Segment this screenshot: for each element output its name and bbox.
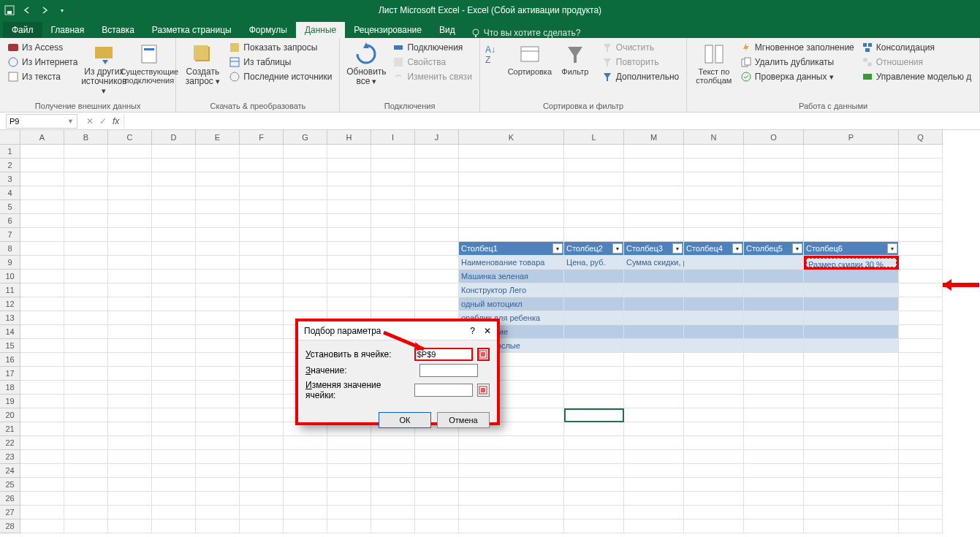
cell[interactable] — [371, 519, 415, 533]
cell[interactable] — [284, 242, 327, 256]
cell[interactable] — [196, 422, 240, 436]
cell[interactable] — [684, 228, 744, 242]
cell[interactable] — [196, 408, 240, 422]
cell[interactable] — [284, 506, 327, 519]
cell[interactable] — [684, 478, 744, 492]
cell[interactable] — [20, 381, 64, 395]
cell[interactable] — [624, 367, 684, 381]
cell[interactable] — [564, 214, 624, 228]
cell[interactable] — [899, 436, 943, 450]
filter-dropdown-icon[interactable]: ▼ — [552, 243, 563, 254]
row-header[interactable]: 22 — [0, 436, 20, 450]
cell[interactable] — [624, 270, 684, 283]
filter-dropdown-icon[interactable]: ▼ — [792, 243, 802, 254]
column-header[interactable]: B — [64, 130, 108, 145]
cell[interactable] — [899, 422, 943, 436]
cell[interactable] — [899, 381, 943, 395]
cell[interactable] — [624, 200, 684, 214]
cell[interactable] — [327, 242, 371, 256]
cell[interactable] — [20, 367, 64, 381]
connections-button[interactable]: Подключения — [391, 41, 473, 54]
cell[interactable] — [196, 311, 240, 325]
cell[interactable] — [564, 270, 624, 283]
cell[interactable] — [804, 283, 899, 297]
consolidate-button[interactable]: Консолидация — [860, 41, 973, 54]
cell[interactable] — [744, 186, 804, 200]
cell[interactable] — [684, 381, 744, 395]
cancel-formula-icon[interactable]: ✕ — [86, 116, 94, 126]
cell[interactable] — [108, 478, 152, 492]
cell[interactable] — [899, 297, 943, 311]
cell[interactable] — [415, 519, 459, 533]
cell[interactable]: Столбец4▼ — [684, 242, 744, 256]
cell[interactable] — [284, 214, 327, 228]
cell[interactable] — [196, 297, 240, 311]
row-header[interactable]: 13 — [0, 311, 20, 325]
cell[interactable] — [196, 506, 240, 519]
cell[interactable] — [804, 408, 899, 422]
cell[interactable] — [624, 381, 684, 395]
cell[interactable] — [284, 200, 327, 214]
cell[interactable] — [624, 464, 684, 478]
cell[interactable] — [240, 325, 284, 339]
sort-az-button[interactable]: A↓Z — [486, 41, 505, 69]
cell[interactable] — [240, 242, 284, 256]
tab-insert[interactable]: Вставка — [93, 22, 143, 38]
cell[interactable]: Столбец5▼ — [744, 242, 804, 256]
cell[interactable] — [20, 172, 64, 186]
row-header[interactable]: 10 — [0, 270, 20, 283]
cell[interactable] — [108, 422, 152, 436]
cell[interactable] — [804, 519, 899, 533]
cell[interactable] — [196, 214, 240, 228]
cell[interactable] — [240, 422, 284, 436]
cell[interactable] — [64, 408, 108, 422]
cell[interactable] — [152, 422, 196, 436]
cell[interactable] — [196, 353, 240, 367]
cell[interactable] — [684, 339, 744, 353]
cell[interactable] — [152, 436, 196, 450]
cell[interactable] — [564, 381, 624, 395]
cell[interactable] — [64, 395, 108, 408]
cell[interactable] — [64, 311, 108, 325]
column-header[interactable]: O — [744, 130, 804, 145]
text-to-columns-button[interactable]: Текст по столбцам — [694, 41, 734, 86]
cell[interactable] — [744, 283, 804, 297]
cell[interactable] — [20, 436, 64, 450]
tab-view[interactable]: Вид — [430, 22, 464, 38]
flash-fill-button[interactable]: Мгновенное заполнение — [739, 41, 856, 54]
cell[interactable] — [624, 214, 684, 228]
cell[interactable] — [624, 172, 684, 186]
cell[interactable] — [64, 270, 108, 283]
cell[interactable] — [899, 242, 943, 256]
column-header[interactable]: G — [284, 130, 327, 145]
cell[interactable] — [684, 506, 744, 519]
cell[interactable] — [196, 186, 240, 200]
cell[interactable] — [744, 159, 804, 172]
cell[interactable] — [744, 214, 804, 228]
cell[interactable] — [152, 242, 196, 256]
cell[interactable] — [899, 228, 943, 242]
cell[interactable] — [459, 145, 564, 159]
cell[interactable] — [415, 186, 459, 200]
cell[interactable] — [284, 519, 327, 533]
clear-filter-button[interactable]: Очистить — [600, 41, 680, 54]
cell[interactable] — [564, 200, 624, 214]
cell[interactable] — [64, 297, 108, 311]
cell[interactable] — [564, 367, 624, 381]
row-header[interactable]: 21 — [0, 422, 20, 436]
cell[interactable] — [371, 283, 415, 297]
ok-button[interactable]: ОК — [379, 412, 431, 428]
cell[interactable] — [152, 200, 196, 214]
cell[interactable] — [20, 325, 64, 339]
cell[interactable] — [64, 325, 108, 339]
cell[interactable] — [744, 200, 804, 214]
cell[interactable]: Цена, руб. — [564, 256, 624, 270]
from-text-button[interactable]: Из текста — [6, 70, 79, 83]
cell[interactable] — [152, 297, 196, 311]
row-header[interactable]: 26 — [0, 492, 20, 506]
cell[interactable] — [804, 270, 899, 283]
cell[interactable] — [108, 381, 152, 395]
cell[interactable] — [744, 506, 804, 519]
cell[interactable]: одный мотоцикл — [459, 297, 564, 311]
cell[interactable] — [804, 311, 899, 325]
